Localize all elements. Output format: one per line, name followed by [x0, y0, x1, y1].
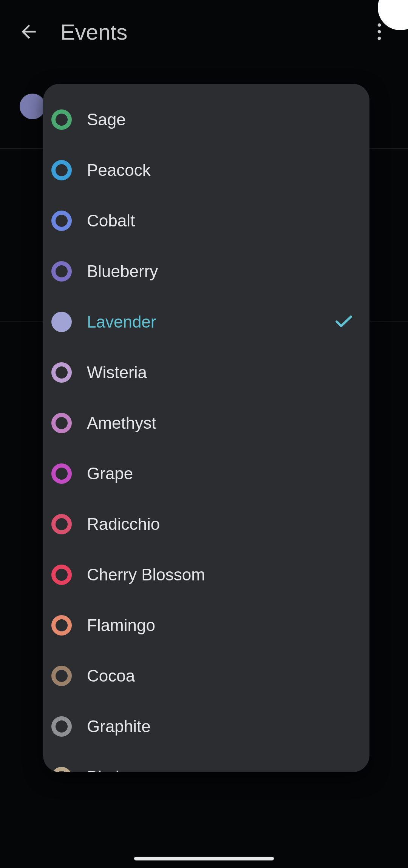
svg-point-2	[378, 37, 381, 40]
color-option-flamingo[interactable]: Flamingo	[43, 600, 369, 651]
color-option-label: Lavender	[87, 312, 156, 331]
color-option-graphite[interactable]: Graphite	[43, 701, 369, 752]
color-swatch-icon	[51, 666, 72, 686]
color-option-label: Graphite	[87, 717, 151, 736]
color-option-peacock[interactable]: Peacock	[43, 145, 369, 195]
color-swatch-icon	[51, 160, 72, 180]
color-option-label: Flamingo	[87, 616, 155, 635]
svg-point-0	[378, 23, 381, 27]
color-option-label: Birch	[87, 768, 125, 772]
color-option-label: Blueberry	[87, 262, 158, 281]
more-vert-icon	[377, 23, 381, 40]
color-option-label: Amethyst	[87, 414, 156, 432]
color-option-label: Wisteria	[87, 363, 147, 382]
color-swatch-icon	[51, 514, 72, 534]
arrow-left-icon	[18, 21, 39, 42]
color-option-cherry-blossom[interactable]: Cherry Blossom	[43, 549, 369, 600]
color-swatch-icon	[51, 615, 72, 636]
app-bar: Events	[0, 0, 408, 63]
color-option-label: Cocoa	[87, 666, 135, 685]
color-swatch-icon	[51, 413, 72, 433]
color-option-cocoa[interactable]: Cocoa	[43, 651, 369, 701]
color-swatch-icon	[51, 716, 72, 737]
color-swatch-icon	[51, 565, 72, 585]
color-swatch-icon	[51, 109, 72, 130]
color-swatch-icon	[51, 211, 72, 231]
color-option-label: Grape	[87, 464, 133, 483]
color-option-label: Peacock	[87, 161, 151, 180]
home-indicator[interactable]	[134, 857, 274, 860]
color-swatch-icon	[51, 767, 72, 772]
back-button[interactable]	[11, 14, 47, 50]
color-option-radicchio[interactable]: Radicchio	[43, 499, 369, 549]
color-picker-dialog: Sage Peacock Cobalt Blueberry Lavender W…	[43, 84, 369, 772]
color-swatch-icon	[51, 312, 72, 332]
color-option-cobalt[interactable]: Cobalt	[43, 195, 369, 246]
color-option-label: Sage	[87, 110, 126, 129]
color-option-label: Cherry Blossom	[87, 565, 205, 584]
color-option-sage[interactable]: Sage	[43, 94, 369, 145]
color-swatch-icon	[51, 362, 72, 383]
color-option-grape[interactable]: Grape	[43, 448, 369, 499]
color-option-label: Cobalt	[87, 211, 135, 230]
color-option-wisteria[interactable]: Wisteria	[43, 347, 369, 398]
current-color-swatch	[20, 94, 45, 119]
color-option-birch[interactable]: Birch	[43, 752, 369, 772]
color-swatch-icon	[51, 463, 72, 484]
color-option-lavender[interactable]: Lavender	[43, 297, 369, 347]
page-title: Events	[60, 19, 127, 45]
color-swatch-icon	[51, 261, 72, 282]
color-option-blueberry[interactable]: Blueberry	[43, 246, 369, 297]
color-option-label: Radicchio	[87, 515, 160, 534]
color-option-amethyst[interactable]: Amethyst	[43, 398, 369, 448]
selected-check-icon	[333, 311, 354, 333]
svg-point-1	[378, 30, 381, 34]
